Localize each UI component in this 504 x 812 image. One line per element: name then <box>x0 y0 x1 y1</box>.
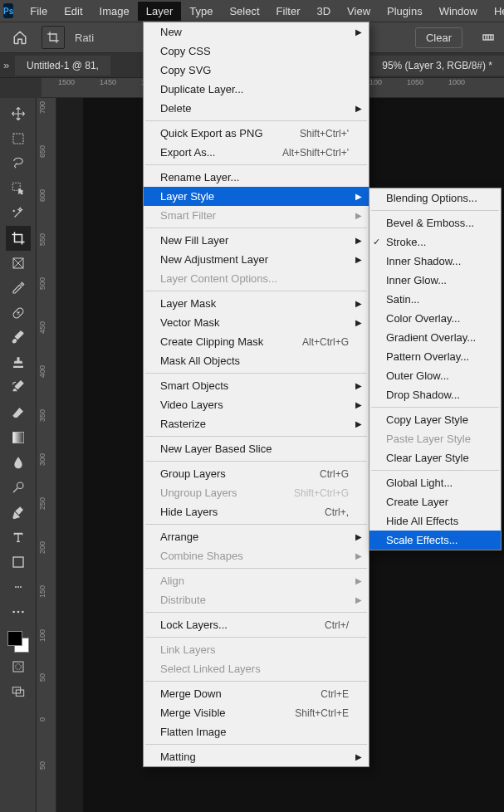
hand-tool-icon[interactable] <box>6 575 31 599</box>
menu-edit[interactable]: Edit <box>56 2 91 21</box>
menu-item-label: Rasterize <box>160 418 349 430</box>
menu-item[interactable]: Create Layer <box>369 492 501 511</box>
menu-item[interactable]: Color Overlay... <box>369 309 501 328</box>
menu-item-label: Distribute <box>160 594 349 606</box>
menu-3d[interactable]: 3D <box>308 2 339 21</box>
menu-item[interactable]: Copy SVG <box>144 61 369 80</box>
screenmode-icon[interactable] <box>6 679 31 704</box>
submenu-arrow-icon: ▶ <box>355 381 362 390</box>
menu-item[interactable]: Rename Layer... <box>144 168 369 187</box>
home-button[interactable] <box>8 26 32 49</box>
menu-item[interactable]: Vector Mask▶ <box>144 313 369 332</box>
stamp-tool-icon[interactable] <box>6 350 31 375</box>
menu-item[interactable]: Mask All Objects <box>144 351 369 370</box>
foreground-color[interactable] <box>7 631 22 646</box>
menu-item[interactable]: Drop Shadow... <box>369 385 501 404</box>
menu-item[interactable]: Lock Layers...Ctrl+/ <box>144 615 369 634</box>
history-brush-tool-icon[interactable] <box>6 375 31 400</box>
healing-tool-icon[interactable] <box>6 301 31 325</box>
clear-button[interactable]: Clear <box>415 27 462 48</box>
menu-window[interactable]: Window <box>431 2 486 21</box>
menu-item[interactable]: Satin... <box>369 290 501 309</box>
color-swatch[interactable] <box>6 629 31 654</box>
menu-item[interactable]: Duplicate Layer... <box>144 80 369 99</box>
menu-item[interactable]: Copy CSS <box>144 42 369 61</box>
move-tool-icon[interactable] <box>6 101 31 126</box>
menu-item[interactable]: Arrange▶ <box>144 527 369 546</box>
menu-item[interactable]: Rasterize▶ <box>144 414 369 433</box>
menu-separator <box>371 210 499 211</box>
crop-preset-button[interactable] <box>42 26 65 49</box>
panel-collapse-icon[interactable]: » <box>3 59 12 71</box>
menu-item[interactable]: New Layer Based Slice <box>144 439 369 458</box>
menu-item[interactable]: Pattern Overlay... <box>369 347 501 366</box>
document-tab-left[interactable]: Untitled-1 @ 81, <box>15 56 110 76</box>
menu-type[interactable]: Type <box>181 2 221 21</box>
gradient-tool-icon[interactable] <box>6 425 31 450</box>
frame-tool-icon[interactable] <box>6 251 31 276</box>
type-tool-icon[interactable] <box>6 525 31 550</box>
menu-item[interactable]: Matting▶ <box>144 747 369 766</box>
menu-item[interactable]: Export As...Alt+Shift+Ctrl+' <box>144 143 369 162</box>
menu-image[interactable]: Image <box>91 2 138 21</box>
menu-item-label: Group Layers <box>160 467 320 480</box>
menu-item[interactable]: Create Clipping MaskAlt+Ctrl+G <box>144 332 369 351</box>
wand-tool-icon[interactable] <box>6 201 31 226</box>
menu-item-label: Drop Shadow... <box>386 389 481 401</box>
menu-item[interactable]: Inner Glow... <box>369 271 501 290</box>
menu-item[interactable]: Group LayersCtrl+G <box>144 464 369 483</box>
menu-plugins[interactable]: Plugins <box>379 2 431 21</box>
menu-item[interactable]: New▶ <box>144 22 369 42</box>
marquee-tool-icon[interactable] <box>6 126 31 151</box>
menu-shortcut: Ctrl+E <box>321 688 349 700</box>
menu-item[interactable]: Smart Objects▶ <box>144 376 369 395</box>
menu-item[interactable]: Layer Mask▶ <box>144 294 369 313</box>
menu-view[interactable]: View <box>339 2 379 21</box>
dodge-tool-icon[interactable] <box>6 475 31 500</box>
menu-item[interactable]: ✓Stroke... <box>369 232 501 252</box>
menu-item[interactable]: Copy Layer Style <box>369 410 501 429</box>
menu-item[interactable]: Flatten Image <box>144 722 369 741</box>
edit-toolbar-icon[interactable] <box>6 599 31 624</box>
document-tab-right[interactable]: 95% (Layer 3, RGB/8#) * <box>370 56 504 76</box>
menu-item[interactable]: Gradient Overlay... <box>369 328 501 347</box>
eraser-tool-icon[interactable] <box>6 400 31 425</box>
menu-file[interactable]: File <box>22 2 56 21</box>
menu-item[interactable]: Merge DownCtrl+E <box>144 684 369 703</box>
menu-item[interactable]: Merge VisibleShift+Ctrl+E <box>144 703 369 722</box>
eyedropper-tool-icon[interactable] <box>6 276 31 301</box>
svg-rect-14 <box>13 662 23 672</box>
brush-tool-icon[interactable] <box>6 325 31 350</box>
menu-item[interactable]: Layer Style▶ <box>144 187 369 206</box>
lasso-tool-icon[interactable] <box>6 151 31 176</box>
menu-select[interactable]: Select <box>221 2 267 21</box>
pen-tool-icon[interactable] <box>6 500 31 525</box>
svg-point-9 <box>17 586 19 588</box>
menu-item[interactable]: Delete▶ <box>144 99 369 118</box>
menu-item-label: Link Layers <box>160 643 349 656</box>
menu-item[interactable]: Scale Effects... <box>369 531 501 550</box>
menu-item[interactable]: Inner Shadow... <box>369 252 501 271</box>
menu-item[interactable]: Video Layers▶ <box>144 395 369 414</box>
menu-item[interactable]: Blending Options... <box>369 188 501 208</box>
menu-layer[interactable]: Layer <box>138 2 182 21</box>
shape-tool-icon[interactable] <box>6 550 31 575</box>
straighten-icon[interactable] <box>481 30 496 45</box>
selection-tool-icon[interactable] <box>6 176 31 201</box>
menu-he[interactable]: He <box>486 2 504 21</box>
blur-tool-icon[interactable] <box>6 450 31 475</box>
menu-item[interactable]: Bevel & Emboss... <box>369 213 501 232</box>
menu-item[interactable]: Quick Export as PNGShift+Ctrl+' <box>144 124 369 143</box>
menu-item[interactable]: Clear Layer Style <box>369 448 501 467</box>
menu-item[interactable]: New Fill Layer▶ <box>144 231 369 250</box>
menu-shortcut: Ctrl+G <box>320 468 349 480</box>
menu-filter[interactable]: Filter <box>268 2 309 21</box>
quickmask-icon[interactable] <box>6 654 31 679</box>
menu-item[interactable]: Global Light... <box>369 473 501 492</box>
crop-tool-icon[interactable] <box>6 226 31 251</box>
menu-item[interactable]: New Adjustment Layer▶ <box>144 250 369 269</box>
menu-item[interactable]: Outer Glow... <box>369 366 501 385</box>
menu-item[interactable]: Hide LayersCtrl+, <box>144 502 369 521</box>
layer-style-submenu: Blending Options...Bevel & Emboss...✓Str… <box>369 188 502 550</box>
menu-item[interactable]: Hide All Effects <box>369 511 501 531</box>
